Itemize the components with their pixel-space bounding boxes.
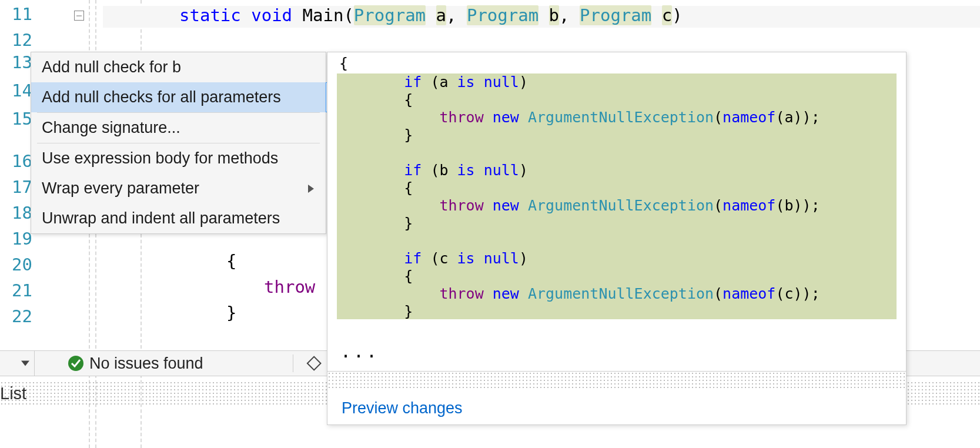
line-number: 18 [0, 205, 32, 222]
text: { [226, 251, 236, 271]
keyword: throw [264, 277, 315, 297]
text: ) [672, 5, 682, 25]
preview-brace: { [339, 56, 348, 71]
statusbar-dropdown[interactable] [0, 351, 35, 376]
text [651, 5, 661, 25]
type-name: Program [467, 5, 539, 25]
menu-item-expression-body[interactable]: Use expression body for methods [31, 143, 326, 173]
line-number: 13 [0, 54, 32, 71]
type-name: Program [580, 5, 651, 25]
menu-item-label: Wrap every parameter [42, 179, 199, 197]
line-number: 19 [0, 230, 32, 248]
text [426, 5, 436, 25]
menu-item-add-null-check-b[interactable]: Add null check for b [31, 52, 326, 82]
text: Main( [292, 5, 354, 25]
menu-item-label: Add null checks for all parameters [42, 88, 281, 106]
type-name: Program [354, 5, 426, 25]
status-text: No issues found [89, 356, 203, 372]
line-number: 20 [0, 256, 32, 273]
quick-actions-menu: Add null check for b Add null checks for… [31, 52, 326, 234]
keyword: static [179, 5, 241, 25]
menu-item-unwrap-indent-all[interactable]: Unwrap and indent all parameters [31, 203, 326, 233]
fold-toggle-icon[interactable] [74, 11, 84, 21]
panel-grip[interactable] [327, 371, 906, 388]
parameter: a [436, 5, 446, 25]
line-number: 14 [0, 82, 32, 99]
line-number: 21 [0, 282, 32, 299]
menu-item-label: Add null check for b [42, 58, 181, 76]
check-circle-icon [68, 356, 83, 371]
cleanup-icon[interactable] [306, 354, 325, 372]
parameter: c [662, 5, 672, 25]
line-number: 16 [0, 153, 32, 170]
line-number: 15 [0, 111, 32, 128]
menu-item-label: Change signature... [42, 119, 180, 136]
menu-item-label: Unwrap and indent all parameters [42, 209, 280, 227]
link-label: Preview changes [342, 399, 463, 417]
line-number: 11 [0, 6, 32, 23]
chevron-down-icon [21, 361, 29, 366]
divider [293, 355, 293, 372]
menu-item-add-null-checks-all[interactable]: Add null checks for all parameters [31, 82, 326, 112]
menu-item-change-signature[interactable]: Change signature... [31, 113, 326, 143]
text: , [446, 5, 467, 25]
bottom-panel-label: List [0, 381, 26, 406]
menu-item-label: Use expression body for methods [42, 149, 278, 167]
text [539, 5, 548, 25]
menu-item-wrap-every-parameter[interactable]: Wrap every parameter [31, 173, 326, 203]
parameter: b [549, 5, 559, 25]
line-number: 17 [0, 179, 32, 196]
chevron-right-icon [308, 185, 314, 193]
line-number: 22 [0, 308, 32, 325]
preview-ellipsis: ... [340, 343, 379, 360]
text: } [226, 303, 236, 323]
code-line[interactable]: static void Main(Program a, Program b, P… [103, 6, 980, 28]
line-number: 12 [0, 32, 32, 49]
preview-pane: { if (a is null) { throw new ArgumentNul… [327, 52, 907, 425]
diff-added-block: if (a is null) { throw new ArgumentNullE… [337, 73, 897, 319]
preview-changes-link[interactable]: Preview changes [342, 400, 463, 416]
editor-root: 111213141516171819202122 static void Mai… [0, 0, 980, 448]
text: , [559, 5, 580, 25]
keyword: void [241, 5, 292, 25]
